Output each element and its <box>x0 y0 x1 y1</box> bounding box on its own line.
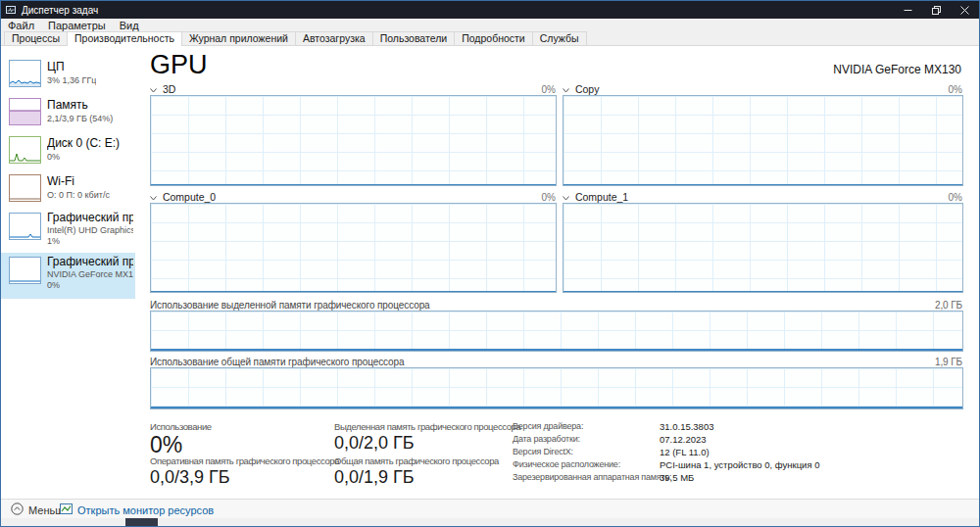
performance-sidebar: ЦП 3% 1,36 ГГц Память 2,1/3,9 ГБ (54%) Д… <box>1 46 135 497</box>
stat-value-gpu-ram: 0,0/3,9 ГБ <box>150 467 230 488</box>
engine-selector[interactable]: Compute_1 <box>575 191 628 203</box>
tabbar: Процессы Производительность Журнал прило… <box>1 32 979 46</box>
menu-view[interactable]: Вид <box>113 20 146 31</box>
close-icon[interactable] <box>951 1 979 19</box>
engine-selector[interactable]: Copy <box>575 83 600 95</box>
tab-users[interactable]: Пользователи <box>372 31 456 45</box>
detail-label: Дата разработки: <box>513 434 580 444</box>
maximize-icon[interactable] <box>922 1 951 19</box>
detail-row: Физическое расположение: PCI-шина 1, уст… <box>513 459 944 472</box>
sidebar-item-subtitle: Intel(R) UHD Graphics 6 <box>47 225 133 235</box>
sidebar-item-gpu0-intel[interactable]: Графический про Intel(R) UHD Graphics 6 … <box>1 209 135 253</box>
shared-memory-plot <box>150 367 963 409</box>
app-icon <box>6 5 16 15</box>
footer-bar: Меньше Открыть монитор ресурсов <box>1 499 979 520</box>
engine-chart-header-compute0: Compute_0 0% <box>150 191 557 203</box>
open-resource-monitor-link[interactable]: Открыть монитор ресурсов <box>60 503 214 517</box>
engine-percent: 0% <box>542 84 556 95</box>
sidebar-item-gpu1-nvidia[interactable]: Графический про NVIDIA GeForce MX130 0% <box>1 253 135 299</box>
detail-value: 07.12.2023 <box>660 434 707 445</box>
sidebar-item-subtitle: NVIDIA GeForce MX130 <box>47 269 133 279</box>
minimize-icon[interactable] <box>894 1 922 19</box>
shared-memory-chart-max: 1,9 ГБ <box>935 357 962 367</box>
stat-label-shared-memory: Общая память графического процессора <box>334 455 499 466</box>
stat-value-dedicated-memory: 0,0/2,0 ГБ <box>334 433 415 454</box>
detail-row: Версия DirectX: 12 (FL 11.0) <box>513 447 944 459</box>
stat-label-utilization: Использование <box>150 421 212 432</box>
engine-chart-header-3d: 3D 0% <box>150 83 557 95</box>
gpu1-thumbnail-chart <box>9 257 41 284</box>
resource-monitor-icon <box>60 503 73 517</box>
titlebar: Диспетчер задач <box>1 1 979 19</box>
chevron-down-icon[interactable] <box>563 83 569 95</box>
tab-processes[interactable]: Процессы <box>4 31 68 45</box>
menu-file[interactable]: Файл <box>1 20 41 31</box>
sidebar-item-memory[interactable]: Память 2,1/3,9 ГБ (54%) <box>1 94 135 132</box>
detail-row: Версия драйвера: 31.0.15.3803 <box>513 421 944 434</box>
tab-details[interactable]: Подробности <box>454 31 533 45</box>
detail-row: Дата разработки: 07.12.2023 <box>513 434 944 447</box>
gpu-details: Версия драйвера: 31.0.15.3803 Дата разра… <box>513 421 944 485</box>
sidebar-item-subtitle: О: 0 П: 0 кбит/с <box>47 190 110 200</box>
detail-label: Физическое расположение: <box>513 459 620 469</box>
engine-plot-compute0 <box>150 203 557 293</box>
engine-plot-copy <box>563 95 963 186</box>
detail-row: Зарезервированная аппаратная память: 39,… <box>513 472 944 485</box>
memory-thumbnail-chart <box>9 98 41 125</box>
dedicated-memory-chart-max: 2,0 ГБ <box>935 300 962 311</box>
window-title: Диспетчер задач <box>22 5 98 16</box>
chevron-down-icon[interactable] <box>150 191 157 203</box>
tab-app-history[interactable]: Журнал приложений <box>181 31 296 45</box>
cpu-thumbnail-chart <box>9 60 41 87</box>
sidebar-item-title: Wi-Fi <box>47 174 74 188</box>
sidebar-item-title: Графический про <box>47 255 133 268</box>
detail-label: Версия DirectX: <box>513 447 573 456</box>
detail-value: PCI-шина 1, устройство 0, функция 0 <box>660 459 819 470</box>
sidebar-item-disk0[interactable]: Диск 0 (C: E:) 0% <box>1 132 135 170</box>
chevron-down-icon[interactable] <box>563 191 569 203</box>
sidebar-item-title: Память <box>47 98 88 112</box>
shared-memory-chart-header: Использование общей памяти графического … <box>150 357 963 367</box>
sidebar-item-subtitle: 3% 1,36 ГГц <box>47 75 96 85</box>
horizontal-scrollbar-thumb[interactable] <box>125 518 158 526</box>
engine-chart-header-compute1: Compute_1 0% <box>563 191 963 203</box>
engine-plot-3d <box>150 95 557 186</box>
dedicated-memory-chart-label: Использование выделенной памяти графичес… <box>150 300 430 311</box>
tab-services[interactable]: Службы <box>532 31 587 45</box>
task-manager-window: Диспетчер задач Файл Параметры Вид Проце… <box>0 0 980 527</box>
horizontal-scrollbar[interactable] <box>1 518 979 526</box>
sidebar-item-title: Диск 0 (C: E:) <box>47 136 120 150</box>
engine-chart-header-copy: Copy 0% <box>563 83 963 95</box>
chevron-down-icon[interactable] <box>150 83 157 95</box>
sidebar-item-title: ЦП <box>47 60 65 73</box>
sidebar-item-subtitle: 0% <box>47 152 60 162</box>
less-circle-icon <box>11 503 24 517</box>
engine-percent: 0% <box>542 192 556 203</box>
open-resource-monitor-label: Открыть монитор ресурсов <box>77 504 214 516</box>
sidebar-item-percent: 1% <box>47 236 60 246</box>
detail-label: Версия драйвера: <box>513 421 583 431</box>
stat-value-utilization: 0% <box>150 432 182 458</box>
tab-performance[interactable]: Производительность <box>67 31 182 46</box>
detail-value: 39,5 МБ <box>660 472 694 483</box>
tab-startup[interactable]: Автозагрузка <box>295 31 373 45</box>
shared-memory-chart-label: Использование общей памяти графического … <box>150 357 404 367</box>
gpu0-thumbnail-chart <box>9 213 41 240</box>
window-controls <box>894 1 979 19</box>
dedicated-memory-plot <box>150 311 963 352</box>
stat-value-shared-memory: 0,0/1,9 ГБ <box>334 467 415 488</box>
dedicated-memory-chart-header: Использование выделенной памяти графичес… <box>150 300 963 311</box>
disk-thumbnail-chart <box>9 136 41 164</box>
sidebar-item-wifi[interactable]: Wi-Fi О: 0 П: 0 кбит/с <box>1 170 135 209</box>
engine-selector[interactable]: 3D <box>163 83 175 95</box>
detail-value: 31.0.15.3803 <box>660 421 713 432</box>
sidebar-item-cpu[interactable]: ЦП 3% 1,36 ГГц <box>1 56 135 94</box>
menubar: Файл Параметры Вид <box>1 19 979 32</box>
stat-label-dedicated-memory: Выделенная память графического процессор… <box>334 421 520 432</box>
detail-value: 12 (FL 11.0) <box>660 447 710 457</box>
gpu-device-name: NVIDIA GeForce MX130 <box>833 63 961 76</box>
menu-options[interactable]: Параметры <box>41 20 113 31</box>
sidebar-item-subtitle: 2,1/3,9 ГБ (54%) <box>47 114 113 123</box>
engine-selector[interactable]: Compute_0 <box>163 191 216 203</box>
detail-label: Зарезервированная аппаратная память: <box>513 472 671 482</box>
